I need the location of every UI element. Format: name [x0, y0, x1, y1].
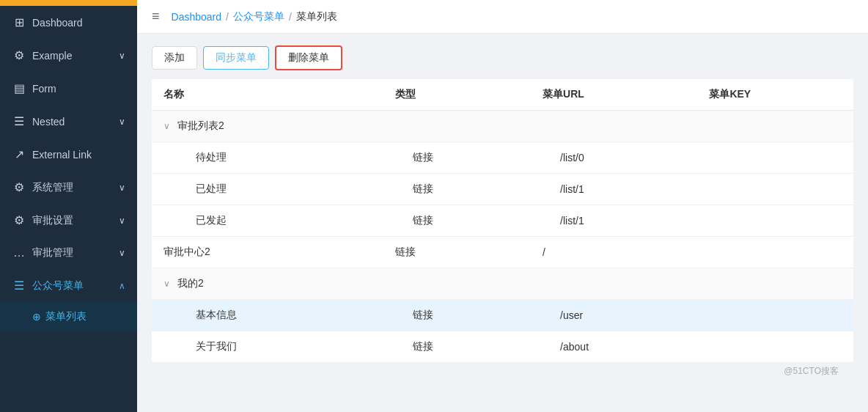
col-name: 名称 — [152, 79, 383, 111]
row-type — [383, 268, 531, 300]
table-row: 已发起 链接 /list/1 — [152, 205, 853, 237]
sidebar-item-example[interactable]: ⚙ Example ∨ — [0, 39, 137, 72]
sidebar-sub-item-label: 菜单列表 — [45, 310, 87, 323]
row-type: 链接 — [383, 174, 531, 205]
chevron-down-icon: ∨ — [119, 51, 125, 61]
collapse-icon[interactable]: ∨ — [163, 121, 170, 131]
table-row: 关于我们 链接 /about — [152, 331, 853, 363]
system-mgmt-icon: ⚙ — [12, 180, 26, 194]
row-name: 关于我们 — [152, 331, 383, 363]
menu-list-icon: ⊕ — [32, 311, 41, 323]
approval-settings-icon: ⚙ — [12, 213, 26, 227]
sync-button[interactable]: 同步菜单 — [203, 46, 269, 70]
sidebar-item-dashboard[interactable]: ⊞ Dashboard — [0, 6, 137, 39]
col-type: 类型 — [383, 79, 531, 111]
nested-icon: ☰ — [12, 114, 26, 128]
row-name: 已发起 — [152, 205, 383, 237]
hamburger-icon[interactable]: ≡ — [152, 9, 160, 24]
sidebar-item-label: External Link — [32, 149, 125, 161]
row-key — [697, 205, 853, 237]
chevron-down-icon: ∨ — [119, 117, 125, 127]
footer: @51CTO搜客 — [152, 362, 853, 383]
breadcrumb-sep-2: / — [289, 11, 292, 23]
sidebar-sub-item-menu-list[interactable]: ⊕ 菜单列表 — [0, 302, 137, 331]
sidebar-item-external-link[interactable]: ↗ External Link — [0, 138, 137, 171]
sidebar-item-label: 系统管理 — [32, 181, 113, 194]
row-key — [697, 300, 853, 331]
row-url — [531, 111, 697, 142]
external-link-icon: ↗ — [12, 147, 26, 161]
dashboard-icon: ⊞ — [12, 15, 26, 29]
sidebar-item-system-mgmt[interactable]: ⚙ 系统管理 ∨ — [0, 171, 137, 204]
sidebar-item-approval-mgmt[interactable]: … 审批管理 ∨ — [0, 237, 137, 269]
sidebar-item-label: 审批管理 — [32, 246, 113, 260]
toolbar: 添加 同步菜单 删除菜单 — [152, 45, 853, 70]
row-name: ∨ 审批列表2 — [152, 111, 383, 142]
collapse-icon[interactable]: ∨ — [163, 279, 170, 289]
sidebar-item-approval-settings[interactable]: ⚙ 审批设置 ∨ — [0, 204, 137, 237]
breadcrumb-dashboard[interactable]: Dashboard — [172, 11, 222, 23]
row-url: /list/1 — [531, 174, 697, 205]
delete-button[interactable]: 删除菜单 — [275, 45, 342, 70]
row-url: /list/0 — [531, 142, 697, 174]
sidebar-item-nested[interactable]: ☰ Nested ∨ — [0, 105, 137, 138]
breadcrumb: Dashboard / 公众号菜单 / 菜单列表 — [172, 10, 337, 23]
sidebar-item-label: Dashboard — [32, 17, 125, 29]
table-row: 基本信息 链接 /user — [152, 300, 853, 331]
table-row: 已处理 链接 /list/1 — [152, 174, 853, 205]
row-name: 基本信息 — [152, 300, 383, 331]
sidebar-item-label: 审批设置 — [32, 214, 113, 227]
row-name: 审批中心2 — [152, 237, 383, 268]
wechat-menu-icon: ☰ — [12, 279, 26, 293]
col-key: 菜单KEY — [697, 79, 853, 111]
chevron-down-icon: ∨ — [119, 216, 125, 226]
row-name: 待处理 — [152, 142, 383, 174]
sidebar-item-label: Form — [32, 83, 125, 95]
row-type: 链接 — [383, 142, 531, 174]
sidebar-item-form[interactable]: ▤ Form — [0, 72, 137, 105]
row-key — [697, 111, 853, 142]
row-url: /user — [531, 300, 697, 331]
row-key — [697, 268, 853, 300]
row-type: 链接 — [383, 237, 531, 268]
sidebar-item-label: Example — [32, 50, 113, 62]
row-type: 链接 — [383, 331, 531, 363]
row-name: 已处理 — [152, 174, 383, 205]
table-row: ∨ 审批列表2 — [152, 111, 853, 142]
form-icon: ▤ — [12, 81, 26, 95]
sidebar-item-label: 公众号菜单 — [32, 279, 113, 293]
content-area: 添加 同步菜单 删除菜单 名称 类型 菜单URL 菜单KEY — [137, 34, 868, 412]
add-button[interactable]: 添加 — [152, 46, 197, 70]
row-type — [383, 111, 531, 142]
table-header-row: 名称 类型 菜单URL 菜单KEY — [152, 79, 853, 111]
table-row: 待处理 链接 /list/0 — [152, 142, 853, 174]
header: ≡ Dashboard / 公众号菜单 / 菜单列表 — [137, 0, 868, 34]
row-key — [697, 142, 853, 174]
breadcrumb-current: 菜单列表 — [296, 10, 337, 23]
row-key — [697, 331, 853, 363]
row-name: ∨ 我的2 — [152, 268, 383, 300]
row-url: /list/1 — [531, 205, 697, 237]
chevron-up-icon: ∧ — [119, 281, 125, 291]
copyright-text: @51CTO搜客 — [784, 366, 839, 376]
main-content: ≡ Dashboard / 公众号菜单 / 菜单列表 添加 同步菜单 删除菜单 … — [137, 0, 868, 412]
table-row: 审批中心2 链接 / — [152, 237, 853, 268]
row-url: / — [531, 237, 697, 268]
row-type: 链接 — [383, 300, 531, 331]
row-key — [697, 174, 853, 205]
row-type: 链接 — [383, 205, 531, 237]
chevron-down-icon: ∨ — [119, 183, 125, 193]
sidebar-item-wechat-menu[interactable]: ☰ 公众号菜单 ∧ — [0, 269, 137, 302]
table-row: ∨ 我的2 — [152, 268, 853, 300]
col-url: 菜单URL — [531, 79, 697, 111]
row-url — [531, 268, 697, 300]
chevron-down-icon: ∨ — [119, 248, 125, 258]
sidebar-item-label: Nested — [32, 116, 113, 128]
breadcrumb-wechat-menu[interactable]: 公众号菜单 — [233, 10, 284, 23]
example-icon: ⚙ — [12, 48, 26, 62]
approval-mgmt-icon: … — [12, 246, 26, 260]
breadcrumb-sep-1: / — [226, 11, 229, 23]
menu-table: 名称 类型 菜单URL 菜单KEY ∨ 审批列表2 — [152, 79, 853, 362]
sidebar-top-bar — [0, 0, 137, 6]
row-url: /about — [531, 331, 697, 363]
